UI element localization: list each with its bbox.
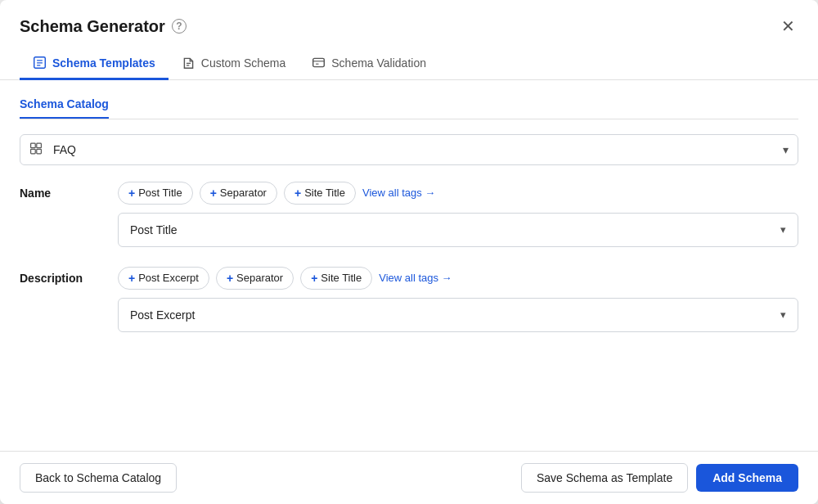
section-catalog-tab[interactable]: Schema Catalog	[20, 97, 109, 119]
tab-custom-schema-label: Custom Schema	[201, 56, 285, 70]
tab-schema-templates-label: Schema Templates	[52, 56, 155, 70]
name-value-text: Post Title	[130, 223, 178, 236]
description-value-text: Post Excerpt	[130, 308, 195, 322]
description-field-row: Description + Post Excerpt + Separator	[20, 267, 798, 332]
description-field-label: Description	[20, 267, 118, 285]
custom-schema-icon	[182, 56, 196, 70]
schema-templates-icon	[33, 56, 47, 70]
modal-header: Schema Generator ? ✕	[0, 0, 818, 38]
desc-view-all-tags-link[interactable]: View all tags →	[379, 272, 452, 284]
name-post-title-label: Post Title	[138, 187, 182, 199]
back-to-catalog-button[interactable]: Back to Schema Catalog	[20, 463, 177, 493]
tab-schema-validation[interactable]: Schema Validation	[299, 47, 439, 80]
dropdown-wrapper: FAQ Article Product Breadcrumb ▾	[20, 134, 798, 165]
close-button[interactable]: ✕	[778, 15, 798, 38]
desc-add-site-title-btn[interactable]: + Site Title	[300, 267, 372, 290]
description-tag-buttons: + Post Excerpt + Separator + Site Title	[118, 267, 798, 290]
content-area: Schema Catalog FAQ	[0, 80, 818, 452]
tab-schema-validation-label: Schema Validation	[331, 56, 426, 70]
svg-rect-6	[313, 58, 325, 66]
section-header: Schema Catalog	[0, 80, 818, 119]
tabs-bar: Schema Templates Custom Schema	[0, 47, 818, 80]
description-value-chevron-icon: ▾	[780, 308, 786, 321]
schema-type-dropdown[interactable]: FAQ Article Product Breadcrumb	[20, 134, 798, 165]
desc-add-post-excerpt-btn[interactable]: + Post Excerpt	[118, 267, 209, 290]
name-field-controls: + Post Title + Separator + Site Title	[118, 182, 798, 247]
description-field-controls: + Post Excerpt + Separator + Site Title	[118, 267, 798, 332]
name-field-section: Name + Post Title + Separator	[20, 182, 798, 247]
description-value-box[interactable]: Post Excerpt ▾	[118, 298, 798, 332]
name-separator-label: Separator	[220, 187, 267, 199]
modal-footer: Back to Schema Catalog Save Schema as Te…	[0, 451, 818, 504]
name-value-chevron-icon: ▾	[780, 223, 786, 236]
schema-generator-modal: Schema Generator ? ✕ Schema Templates	[0, 0, 818, 504]
desc-add-separator-btn[interactable]: + Separator	[216, 267, 294, 290]
name-add-post-title-btn[interactable]: + Post Title	[118, 182, 193, 205]
name-add-separator-btn[interactable]: + Separator	[200, 182, 277, 205]
add-schema-button[interactable]: Add Schema	[696, 464, 798, 492]
name-tag-buttons: + Post Title + Separator + Site Title	[118, 182, 798, 205]
name-site-title-label: Site Title	[304, 187, 345, 199]
dropdown-row: FAQ Article Product Breadcrumb ▾	[20, 134, 798, 165]
name-add-site-title-btn[interactable]: + Site Title	[284, 182, 356, 205]
tab-custom-schema[interactable]: Custom Schema	[169, 47, 299, 80]
scrollable-content: FAQ Article Product Breadcrumb ▾ Name	[0, 119, 818, 452]
footer-right: Save Schema as Template Add Schema	[521, 463, 798, 493]
name-view-all-tags-link[interactable]: View all tags →	[362, 187, 435, 199]
name-value-box[interactable]: Post Title ▾	[118, 213, 798, 247]
desc-site-title-label: Site Title	[321, 272, 362, 284]
modal-title: Schema Generator	[20, 17, 165, 36]
save-schema-as-template-button[interactable]: Save Schema as Template	[521, 463, 688, 493]
help-icon[interactable]: ?	[172, 19, 187, 34]
description-field-section: Description + Post Excerpt + Separator	[20, 267, 798, 332]
name-field-label: Name	[20, 182, 118, 200]
modal-title-row: Schema Generator ?	[20, 17, 187, 36]
name-field-row: Name + Post Title + Separator	[20, 182, 798, 247]
desc-separator-label: Separator	[236, 272, 283, 284]
tab-schema-templates[interactable]: Schema Templates	[20, 47, 169, 80]
schema-validation-icon	[312, 56, 326, 70]
desc-post-excerpt-label: Post Excerpt	[138, 272, 199, 284]
